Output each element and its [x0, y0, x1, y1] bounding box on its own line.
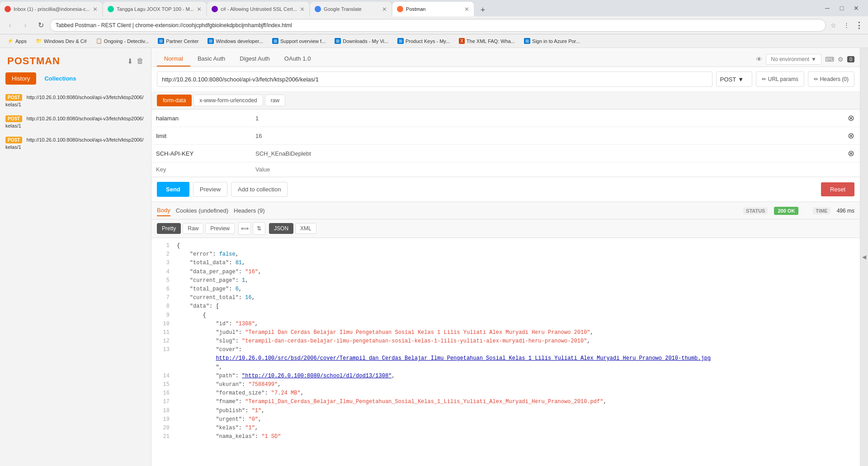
send-button[interactable]: Send — [157, 182, 189, 197]
browser-window: Inbox (1) - priscillia@indonesia-c... ✕ … — [0, 0, 868, 466]
downloads-icon: ⊞ — [335, 38, 341, 44]
settings-icon[interactable]: ⋮ — [854, 20, 864, 31]
tab-form-data[interactable]: form-data — [157, 95, 192, 106]
history-item-3[interactable]: POST http://10.26.0.100:8080/school/api-… — [0, 133, 151, 154]
format-xml-btn[interactable]: XML — [295, 223, 316, 234]
bookmark-support[interactable]: ⊞ Support overview f... — [269, 37, 329, 45]
trash-icon[interactable]: 🗑 — [137, 57, 144, 65]
param-remove-limit[interactable]: ⊗ — [842, 127, 860, 145]
tab-gt-close[interactable]: ✕ — [382, 6, 387, 13]
tab-cs-close[interactable]: ✕ — [300, 6, 305, 13]
code-line-15: 15 "ukuran": "7588499", — [159, 380, 853, 389]
reload-button[interactable]: ↻ — [34, 19, 47, 32]
url-bar-row: http://10.26.0.100:8080/school/api-v3/fe… — [151, 67, 860, 92]
close-button[interactable]: ✕ — [850, 2, 863, 14]
resp-tab-cookies[interactable]: Cookies (undefined) — [176, 205, 228, 216]
tab-normal[interactable]: Normal — [157, 52, 190, 67]
app-content: POSTMAN ⬇ 🗑 History Collections POST htt… — [0, 48, 868, 466]
download-icon[interactable]: ⬇ — [127, 57, 133, 66]
tab-postman-close[interactable]: ✕ — [464, 6, 469, 13]
history-tab[interactable]: History — [5, 72, 36, 85]
gmail-favicon — [5, 6, 11, 12]
tab-oauth[interactable]: OAuth 1.0 — [277, 52, 318, 67]
tab-cs[interactable]: c# - Allowing Untrusted SSL Cert... ✕ — [207, 2, 309, 16]
tab-joox[interactable]: Tangga Lagu JOOX TOP 100 - M... ✕ — [103, 2, 206, 16]
bookmark-windowsdev-label: Windows Dev & C# — [44, 38, 87, 44]
bookmark-apps[interactable]: ⚡ Apps — [4, 37, 30, 45]
url-params-button[interactable]: ✏ URL params — [756, 71, 804, 87]
bookmark-windowsdev[interactable]: 📁 Windows Dev & C# — [32, 37, 90, 45]
tab-postman[interactable]: Postman ✕ — [392, 2, 474, 16]
bookmark-downloads[interactable]: ⊞ Downloads - My Vi... — [331, 37, 392, 45]
format-pretty-btn[interactable]: Pretty — [157, 223, 181, 234]
postman-logo: POSTMAN — [7, 55, 60, 67]
headers-edit-icon: ✏ — [814, 76, 818, 82]
path-link[interactable]: "http://10.26.0.100:8080/school/dl/dod13… — [242, 373, 392, 379]
headers-button[interactable]: ✏ Headers (0) — [808, 71, 854, 87]
new-tab-button[interactable]: + — [476, 4, 489, 16]
address-input[interactable]: Tabbed Postman - REST Client | chrome-ex… — [50, 19, 826, 32]
tab-gmail-close[interactable]: ✕ — [93, 6, 98, 13]
tab-joox-close[interactable]: ✕ — [197, 6, 202, 13]
param-remove-halaman[interactable]: ⊗ — [842, 109, 860, 127]
bookmark-partner[interactable]: ⊞ Partner Center — [154, 37, 202, 45]
tab-gt-title: Google Translate — [324, 6, 379, 12]
back-button[interactable]: ‹ — [4, 19, 16, 32]
bookmark-partner-label: Partner Center — [166, 38, 198, 44]
param-value-limit[interactable] — [251, 127, 842, 145]
sidebar-header: POSTMAN ⬇ 🗑 — [0, 48, 151, 71]
param-key-new[interactable] — [151, 162, 251, 177]
code-line-19: 19 "urgent": "0", — [159, 415, 853, 424]
bookmark-ongoing[interactable]: 📋 Ongoing - Detectiv... — [92, 37, 152, 45]
bookmark-windowsdev2[interactable]: ⊞ Windows developer... — [204, 37, 267, 45]
bookmark-xml[interactable]: X The XML FAQ: Wha... — [455, 37, 519, 45]
folder-icon: 📁 — [36, 38, 42, 44]
tab-urlencoded[interactable]: x-www-form-urlencoded — [193, 95, 263, 106]
url-input[interactable]: http://10.26.0.100:8080/school/api-v3/fe… — [157, 71, 712, 87]
bookmark-star-icon[interactable]: ☆ — [830, 22, 836, 29]
extensions-icon[interactable]: ⋮ — [841, 20, 852, 31]
cover-link[interactable]: http://10.26.0.100/src/bsd/2006/cover/Te… — [216, 355, 711, 361]
preview-button[interactable]: Preview — [193, 182, 227, 197]
filter-icon[interactable]: ⇅ — [253, 222, 265, 235]
env-selector[interactable]: No environment ▼ — [766, 54, 821, 65]
tab-basic-auth[interactable]: Basic Auth — [190, 52, 232, 67]
action-buttons-row: Send Preview Add to collection Reset — [151, 177, 860, 202]
param-remove-apikey[interactable]: ⊗ — [842, 145, 860, 162]
history-item-1[interactable]: POST http://10.26.0.100:8080/school/api-… — [0, 90, 151, 111]
bookmark-azure[interactable]: ⊞ Sign in to Azure Por... — [520, 37, 584, 45]
forward-button[interactable]: › — [19, 19, 32, 32]
history-item-2[interactable]: POST http://10.26.0.100:8080/school/api-… — [0, 111, 151, 133]
maximize-button[interactable]: □ — [835, 2, 848, 14]
param-value-new[interactable] — [251, 162, 842, 177]
cs-favicon — [212, 6, 218, 12]
format-json-btn[interactable]: JSON — [269, 223, 293, 234]
resp-tab-headers[interactable]: Headers (9) — [234, 205, 265, 216]
param-value-halaman[interactable] — [251, 109, 842, 127]
tab-gmail[interactable]: Inbox (1) - priscillia@indonesia-c... ✕ — [0, 2, 102, 16]
resp-tab-body[interactable]: Body — [157, 205, 170, 216]
tab-raw[interactable]: raw — [265, 95, 285, 106]
wrap-icon[interactable]: ⟺ — [238, 222, 251, 235]
history-url-3: http://10.26.0.100:8080/school/api-v3/fe… — [5, 137, 144, 150]
collections-tab[interactable]: Collections — [38, 72, 82, 85]
minimize-button[interactable]: ─ — [821, 2, 834, 14]
add-to-collection-button[interactable]: Add to collection — [231, 182, 288, 197]
collapse-sidebar-arrow[interactable]: ◀ — [860, 48, 868, 466]
tab-googletranslate[interactable]: Google Translate ✕ — [310, 2, 392, 16]
post-badge-1: POST — [5, 94, 22, 101]
eye-icon[interactable]: 👁 — [756, 56, 762, 63]
settings-cog-icon[interactable]: ⚙ — [838, 56, 844, 63]
sidebar-tabs: History Collections — [0, 71, 151, 86]
tab-digest-auth[interactable]: Digest Auth — [232, 52, 277, 67]
method-select[interactable]: POST ▼ — [716, 71, 752, 87]
keyboard-icon[interactable]: ⌨ — [825, 56, 834, 63]
format-preview-btn[interactable]: Preview — [205, 223, 235, 234]
reset-button[interactable]: Reset — [821, 182, 854, 196]
param-value-apikey[interactable] — [251, 145, 842, 162]
notification-badge: 0 — [847, 56, 854, 62]
param-row-apikey: SCH-API-KEY ⊗ — [151, 145, 860, 162]
code-output: 1{ 2 "error": false, 3 "total_data": 81,… — [151, 238, 860, 466]
format-raw-btn[interactable]: Raw — [183, 223, 203, 234]
bookmark-productkeys[interactable]: ⊞ Product Keys - My... — [394, 37, 453, 45]
